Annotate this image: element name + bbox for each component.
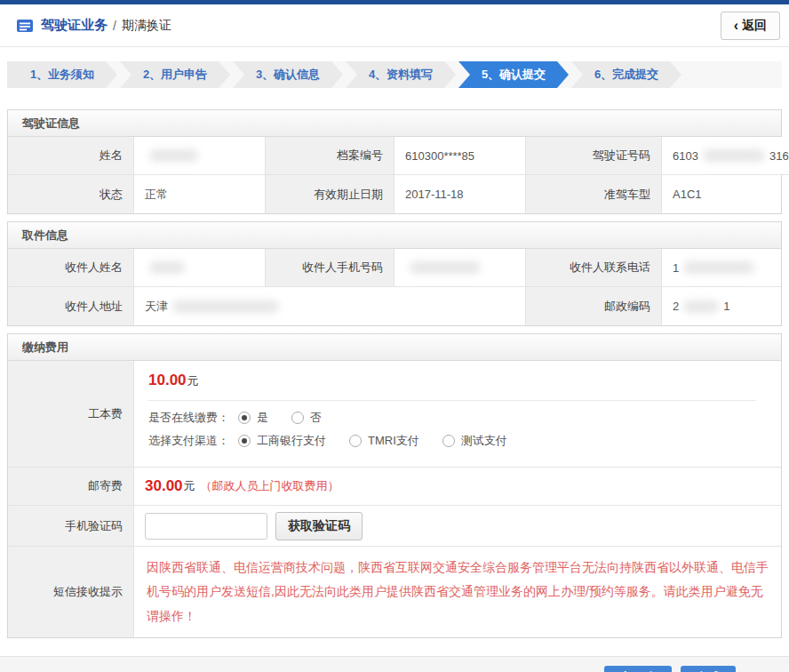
license-no-label: 驾驶证号码 [526, 137, 662, 175]
radio-unchecked-icon[interactable] [442, 435, 455, 447]
license-no-prefix: 6103 [673, 149, 698, 163]
postcode-label: 邮政编码 [526, 287, 662, 325]
address-prefix: 天津 [145, 299, 168, 315]
redacted-license-no [703, 149, 765, 162]
pay-channel-label: 选择支付渠道： [148, 433, 229, 449]
mail-fee-note: （邮政人员上门收取费用） [201, 478, 339, 494]
address-label: 收件人地址 [8, 287, 134, 325]
archive-no-label: 档案编号 [266, 137, 394, 175]
step-6-tab[interactable]: 6、完成提交 [571, 61, 681, 88]
redacted-name [149, 149, 198, 162]
production-fee-amount: 10.00 [148, 372, 187, 388]
production-fee-cell: 10.00元 是否在线缴费： 是 否 选择支付渠道： 工商银行支付 [134, 361, 781, 468]
step-1-label: 1、业务须知 [30, 68, 94, 81]
channel-tmri-option[interactable]: TMRI支付 [349, 433, 419, 449]
recipient-name-label: 收件人姓名 [8, 249, 134, 287]
valid-until-label: 有效期止日期 [266, 175, 394, 213]
sms-notice-label: 短信接收提示 [8, 547, 134, 637]
status-value: 正常 [134, 175, 266, 213]
page-title: 驾驶证业务 [41, 17, 108, 34]
online-pay-no-option[interactable]: 否 [291, 410, 322, 426]
license-no-suffix: 3163X [769, 149, 789, 163]
vehicle-class-value: A1C1 [662, 175, 781, 213]
mail-fee-unit: 元 [184, 478, 195, 494]
production-fee-amount-line: 10.00元 [148, 372, 781, 389]
sms-notice-cell: 因陕西省联通、电信运营商技术问题，陕西省互联网交通安全综合服务管理平台无法向持陕… [134, 547, 781, 637]
step-4-label: 4、资料填写 [369, 68, 433, 81]
mail-fee-amount: 30.00 [145, 477, 183, 495]
pickup-info-section: 取件信息 收件人姓名 收件人手机号码 收件人联系电话 1 收件人地址 天津 邮政… [7, 221, 782, 326]
pickup-section-title: 取件信息 [8, 222, 781, 249]
get-sms-code-button[interactable]: 获取验证码 [275, 512, 363, 540]
radio-unchecked-icon[interactable] [291, 412, 304, 424]
channel-icbc-label: 工商银行支付 [257, 433, 326, 449]
vehicle-class-label: 准驾车型 [526, 175, 662, 213]
step-3-tab[interactable]: 3、确认信息 [233, 61, 343, 88]
step-2-tab[interactable]: 2、用户申告 [120, 61, 230, 88]
license-info-section: 驾驶证信息 姓名 档案编号 610300****85 驾驶证号码 6103 31… [7, 109, 782, 214]
license-card-icon [16, 19, 34, 33]
finish-button[interactable]: 完成 [681, 666, 736, 672]
name-value [134, 137, 266, 175]
sms-code-label: 手机验证码 [8, 506, 134, 547]
recipient-mobile-value [394, 249, 526, 287]
recipient-name-value [134, 249, 266, 287]
sms-code-cell: 获取验证码 [134, 506, 781, 547]
name-label: 姓名 [8, 137, 134, 175]
breadcrumb-separator: / [113, 19, 116, 33]
step-6-label: 6、完成提交 [594, 68, 658, 81]
mail-fee-label: 邮寄费 [8, 468, 134, 506]
fee-section: 缴纳费用 工本费 10.00元 是否在线缴费： 是 否 选择支付渠道： [7, 333, 782, 638]
archive-no-value: 610300****85 [394, 137, 526, 175]
back-button[interactable]: ‹ 返回 [721, 12, 780, 40]
online-pay-no-label: 否 [310, 410, 322, 426]
step-wizard: 1、业务须知 2、用户申告 3、确认信息 4、资料填写 5、确认提交 6、完成提… [7, 61, 782, 88]
online-pay-yes-option[interactable]: 是 [238, 410, 268, 426]
breadcrumb-current: 期满换证 [122, 18, 171, 34]
online-pay-yes-label: 是 [257, 410, 268, 426]
radio-checked-icon[interactable] [238, 412, 251, 424]
recipient-mobile-label: 收件人手机号码 [266, 249, 394, 287]
status-label: 状态 [8, 175, 134, 213]
channel-test-option[interactable]: 测试支付 [442, 433, 507, 449]
channel-tmri-label: TMRI支付 [368, 433, 419, 449]
online-pay-question-label: 是否在线缴费： [148, 410, 229, 426]
postcode-value: 2 1 [662, 287, 781, 325]
radio-checked-icon[interactable] [238, 435, 251, 447]
step-1-tab[interactable]: 1、业务须知 [7, 61, 117, 88]
redacted-recipient-mobile [410, 261, 481, 274]
step-2-label: 2、用户申告 [143, 68, 207, 81]
page-header: 驾驶证业务 / 期满换证 ‹ 返回 [0, 4, 789, 47]
address-value: 天津 [134, 287, 526, 325]
postcode-suffix: 1 [723, 300, 729, 313]
recipient-phone-prefix: 1 [673, 261, 679, 275]
mail-fee-value: 30.00元 （邮政人员上门收取费用） [134, 468, 781, 506]
online-pay-question-row: 是否在线缴费： 是 否 [148, 410, 781, 426]
license-no-value: 6103 3163X [662, 137, 789, 175]
redacted-recipient-name [149, 261, 185, 274]
production-fee-label: 工本费 [8, 361, 134, 468]
channel-test-label: 测试支付 [461, 433, 507, 449]
step-5-label: 5、确认提交 [482, 68, 546, 81]
fee-divider [148, 400, 756, 401]
sms-notice-text: 因陕西省联通、电信运营商技术问题，陕西省互联网交通安全综合服务管理平台无法向持陕… [147, 556, 769, 628]
step-4-tab[interactable]: 4、资料填写 [346, 61, 456, 88]
footer-action-bar: 上一步 完成 [0, 656, 789, 672]
production-fee-unit: 元 [187, 374, 199, 388]
back-button-label: 返回 [742, 18, 767, 34]
step-3-label: 3、确认信息 [256, 68, 320, 81]
step-5-tab-active[interactable]: 5、确认提交 [458, 61, 569, 88]
back-chevron-icon: ‹ [734, 19, 738, 33]
fee-section-title: 缴纳费用 [8, 334, 781, 361]
channel-icbc-option[interactable]: 工商银行支付 [238, 433, 326, 449]
previous-step-button[interactable]: 上一步 [604, 666, 672, 672]
redacted-postcode [683, 300, 719, 313]
recipient-phone-label: 收件人联系电话 [526, 249, 662, 287]
valid-until-value: 2017-11-18 [394, 175, 526, 213]
sms-code-input[interactable] [145, 513, 267, 540]
recipient-phone-value: 1 [662, 249, 781, 287]
radio-unchecked-icon[interactable] [349, 435, 362, 447]
redacted-recipient-phone [683, 261, 754, 274]
pay-channel-row: 选择支付渠道： 工商银行支付 TMRI支付 测试支付 [148, 433, 781, 449]
postcode-prefix: 2 [673, 300, 679, 313]
